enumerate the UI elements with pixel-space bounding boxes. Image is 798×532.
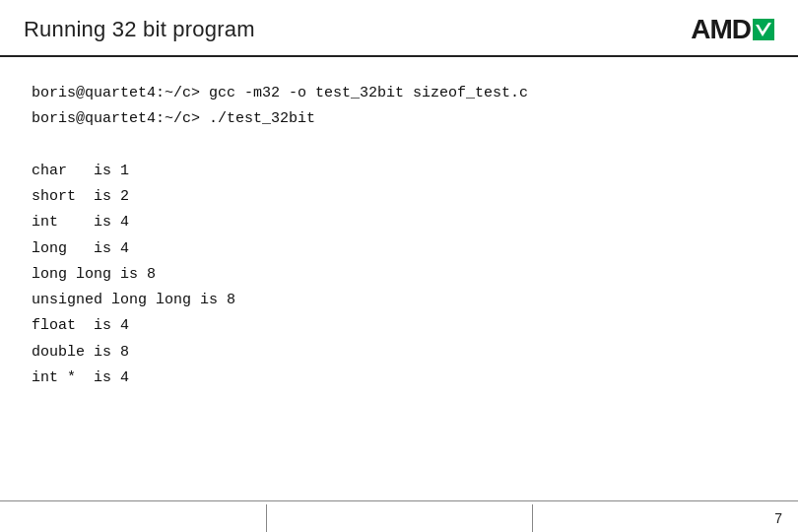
code-line: char is 1 — [32, 159, 766, 184]
svg-rect-0 — [753, 19, 774, 40]
code-line: double is 8 — [32, 340, 766, 366]
code-line: int is 4 — [32, 210, 766, 235]
code-line: unsigned long long is 8 — [32, 288, 766, 313]
page-number: 7 — [774, 510, 782, 526]
code-line: float is 4 — [32, 313, 766, 339]
page-title: Running 32 bit program — [24, 17, 255, 42]
code-line: long long is 8 — [32, 262, 766, 288]
footer-divider-1 — [266, 504, 267, 532]
amd-arrow-icon — [753, 19, 774, 40]
code-line — [32, 133, 766, 159]
header: Running 32 bit program AMD — [0, 0, 798, 55]
code-block: boris@quartet4:~/c> gcc -m32 -o test_32b… — [32, 81, 766, 391]
footer-divider-2 — [532, 504, 533, 532]
code-line: boris@quartet4:~/c> gcc -m32 -o test_32b… — [32, 81, 766, 106]
code-line: int * is 4 — [32, 366, 766, 391]
content-area: boris@quartet4:~/c> gcc -m32 -o test_32b… — [0, 57, 798, 411]
code-line: short is 2 — [32, 184, 766, 210]
amd-logo-text: AMD — [691, 14, 751, 45]
code-line: boris@quartet4:~/c> ./test_32bit — [32, 106, 766, 132]
amd-logo: AMD — [691, 14, 774, 45]
footer-top-line — [0, 500, 798, 501]
code-line: long is 4 — [32, 236, 766, 262]
footer: 7 — [0, 500, 798, 532]
